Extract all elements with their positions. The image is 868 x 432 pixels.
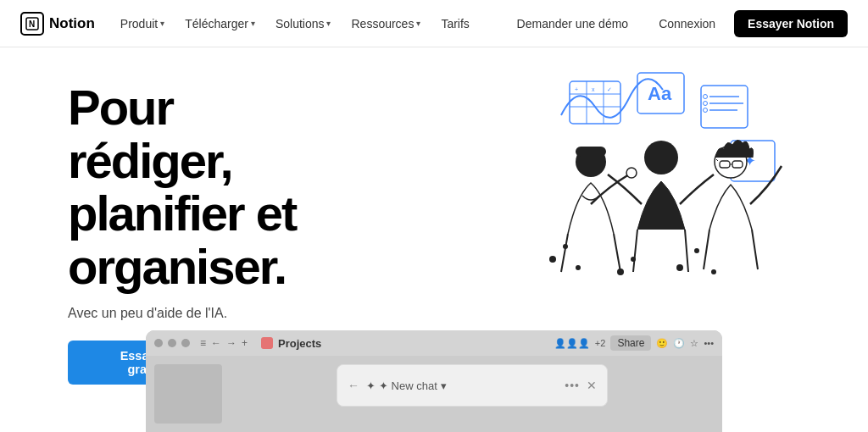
browser-dot-2: [168, 339, 176, 347]
emoji-icon: 🙂: [656, 338, 668, 349]
browser-dot-3: [181, 339, 190, 347]
chat-box: ← ✦ ✦ New chat ▾ ••• ✕: [337, 364, 608, 407]
svg-point-34: [676, 264, 683, 271]
plus-icon: +: [242, 337, 248, 349]
sidebar-mini: [154, 364, 222, 424]
sparkle-icon: ✦: [366, 379, 376, 392]
svg-point-18: [704, 108, 708, 113]
browser-title: Projects: [261, 337, 321, 350]
browser-body: ← ✦ ✦ New chat ▾ ••• ✕: [146, 356, 722, 432]
svg-point-35: [694, 248, 699, 253]
logo-icon: N: [20, 12, 44, 36]
browser-dot-1: [154, 339, 163, 347]
svg-point-23: [626, 168, 637, 178]
share-button[interactable]: Share: [610, 335, 651, 351]
hero-illustration: + x ✓ Aa ✦: [424, 64, 817, 285]
content-area: ← ✦ ✦ New chat ▾ ••• ✕: [231, 364, 714, 407]
browser-preview: ≡ ← → + Projects 👤👤👤 +2 Share 🙂 🕐 ☆ ••• …: [146, 330, 722, 432]
hero-section: Pourrédiger,planifier etorganiser. Avec …: [0, 47, 868, 347]
nav-right: Demander une démo Connexion Essayer Noti…: [505, 10, 848, 37]
logo-link[interactable]: N Notion: [20, 12, 95, 36]
svg-point-30: [563, 244, 568, 249]
demo-button[interactable]: Demander une démo: [505, 11, 641, 36]
svg-point-33: [631, 257, 636, 262]
hero-image: + x ✓ Aa ✦: [451, 64, 790, 285]
page-icon: [261, 337, 273, 349]
star-icon: ☆: [690, 338, 698, 349]
try-notion-button[interactable]: Essayer Notion: [734, 10, 848, 37]
hero-subtitle: Avec un peu d'aide de l'IA.: [68, 306, 424, 321]
svg-point-32: [617, 269, 624, 275]
forward-icon: →: [226, 337, 236, 349]
svg-text:+: +: [575, 86, 578, 92]
svg-rect-12: [701, 86, 748, 128]
svg-point-17: [704, 102, 708, 106]
more-icon: •••: [704, 338, 714, 348]
nav-link-tarifs[interactable]: Tarifs: [432, 12, 477, 36]
chat-close-icon[interactable]: ✕: [587, 379, 597, 392]
chevron-down-icon: ▾: [160, 19, 164, 28]
nav-link-telecharger[interactable]: Télécharger ▾: [176, 12, 264, 36]
svg-text:x: x: [592, 86, 595, 92]
chat-label: ✦ ✦ New chat ▾: [366, 379, 447, 392]
browser-controls: ≡ ← → +: [200, 337, 248, 349]
svg-point-16: [704, 95, 708, 99]
svg-rect-22: [576, 147, 606, 157]
hero-title: Pourrédiger,planifier etorganiser.: [68, 81, 424, 294]
chevron-down-icon: ▾: [251, 19, 255, 28]
nav-link-ressources[interactable]: Ressources ▾: [342, 12, 429, 36]
svg-point-24: [644, 141, 678, 174]
clock-icon: 🕐: [673, 338, 685, 349]
sidebar-icon: ≡: [200, 337, 206, 349]
nav-link-produit[interactable]: Produit ▾: [112, 12, 173, 36]
chevron-down-icon: ▾: [326, 19, 331, 28]
logo-text: Notion: [49, 15, 95, 32]
nav-links: Produit ▾ Télécharger ▾ Solutions ▾ Ress…: [112, 12, 478, 36]
svg-point-36: [711, 269, 716, 274]
browser-bar: ≡ ← → + Projects 👤👤👤 +2 Share 🙂 🕐 ☆ •••: [146, 330, 722, 356]
browser-right-controls: 👤👤👤 +2 Share 🙂 🕐 ☆ •••: [554, 335, 714, 351]
avatars-icon: 👤👤👤: [554, 338, 590, 349]
svg-point-31: [576, 265, 581, 270]
chevron-down-icon: ▾: [416, 19, 420, 28]
plus-users-icon: +2: [595, 338, 606, 348]
nav-link-solutions[interactable]: Solutions ▾: [267, 12, 340, 36]
navigation: N Notion Produit ▾ Télécharger ▾ Solutio…: [0, 0, 868, 47]
svg-text:N: N: [29, 19, 35, 29]
chat-more-icon[interactable]: •••: [565, 379, 580, 392]
svg-text:✓: ✓: [607, 86, 612, 92]
connexion-button[interactable]: Connexion: [647, 11, 727, 36]
chat-back-icon[interactable]: ←: [348, 379, 359, 392]
svg-point-29: [549, 256, 556, 263]
back-icon: ←: [211, 337, 221, 349]
